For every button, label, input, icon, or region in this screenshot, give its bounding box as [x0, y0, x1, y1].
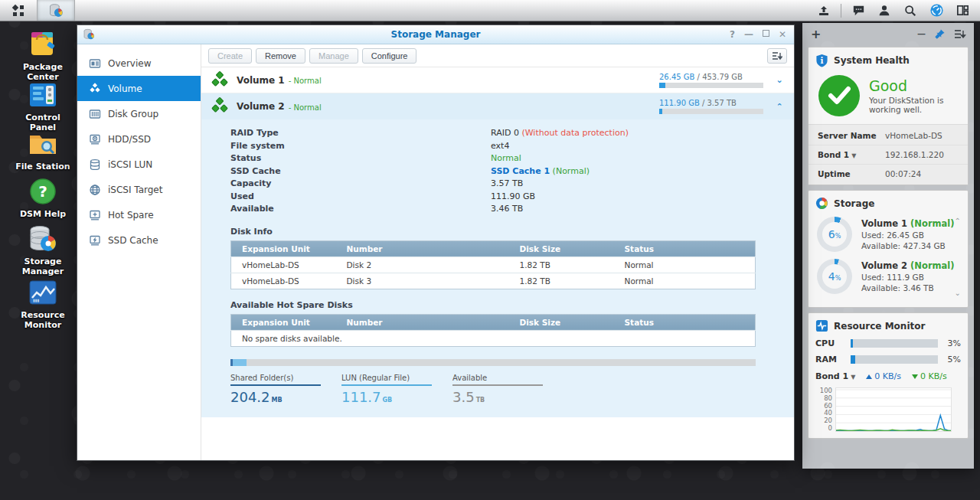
resource-monitor-widget: Resource Monitor CPU 3% RAM 5% Bond 1▼ 0… — [808, 312, 969, 439]
hot-spare-icon — [89, 209, 101, 221]
overview-icon — [89, 57, 101, 70]
sidebar-item-hot-spare[interactable]: Hot Spare — [77, 202, 201, 227]
volume-usage: 111.90 GB / 3.57 TB — [659, 99, 763, 114]
volume-1-row[interactable]: Volume 1 - Normal 26.45 GB / 453.79 GB ⌄ — [201, 67, 794, 93]
ssd-cache-link[interactable]: SSD Cache 1 — [491, 166, 550, 176]
system-info-rows: Server Name vHomeLab-DS Bond 1▼ 192.168.… — [808, 124, 968, 185]
sidebar-item-hdd-ssd[interactable]: HDD/SSD — [77, 126, 201, 152]
maximize-button[interactable] — [763, 30, 769, 37]
pilot-icon[interactable] — [925, 2, 948, 20]
notifications-icon[interactable] — [847, 2, 870, 20]
widget-title: Storage — [834, 198, 874, 209]
remove-button[interactable]: Remove — [256, 48, 305, 64]
main-menu-button[interactable] — [0, 0, 38, 21]
taskbar-tray — [812, 0, 980, 21]
volume-2-row[interactable]: Volume 2 - Normal 111.90 GB / 3.57 TB ⌃ — [201, 93, 794, 119]
iscsi-lun-icon — [89, 158, 101, 171]
ssd-cache-icon — [89, 234, 101, 247]
user-options-icon[interactable] — [873, 2, 896, 20]
download-arrow-icon — [912, 374, 918, 379]
desktop-icon-resource-monitor[interactable]: ▮▮▮ ResourceMonitor — [12, 277, 74, 330]
cpu-bar-fill — [851, 339, 853, 348]
cpu-row: CPU 3% — [815, 338, 961, 348]
sort-button[interactable] — [767, 48, 787, 64]
external-device-icon[interactable] — [812, 2, 835, 20]
taskbar-storage-manager-button[interactable] — [38, 0, 75, 21]
sidebar-item-overview[interactable]: Overview — [77, 51, 201, 76]
health-status-icon — [818, 75, 860, 116]
svg-text:▮▮▮: ▮▮▮ — [33, 298, 40, 302]
taskbar — [0, 0, 980, 21]
download-speed: 0 KB/s — [912, 371, 947, 381]
usage-bar-fill — [659, 83, 665, 88]
desktop-icon-control-panel[interactable]: Control Panel — [12, 80, 74, 132]
network-row: Bond 1▼ 0 KB/s 0 KB/s — [815, 371, 961, 381]
volume-2-details: RAID TypeRAID 0 (Without data protection… — [201, 119, 794, 417]
resource-monitor-icon: ▮▮▮ — [26, 277, 60, 308]
toolbar: Create Remove Manage Configure — [201, 44, 794, 67]
volume-usage-summary: Shared Folder(s) 204.2MB LUN (Regular Fi… — [230, 359, 756, 405]
chevron-up-icon[interactable]: ⌃ — [955, 217, 961, 225]
create-button[interactable]: Create — [208, 48, 252, 64]
stat-lun: LUN (Regular File) 111.7GB — [341, 374, 432, 405]
package-center-icon — [26, 29, 60, 60]
widgets-icon[interactable] — [951, 2, 974, 20]
network-chart: 100 80 60 40 20 0 — [815, 387, 961, 432]
storage-widget: Storage 6% Volume 1 (Normal) Used: 26.45… — [808, 190, 969, 308]
hot-spare-table: Expansion Unit Number Disk Size Status N… — [230, 314, 756, 347]
help-button[interactable]: ? — [730, 30, 735, 39]
chevron-up-icon[interactable]: ⌃ — [774, 102, 785, 112]
window-title: Storage Manager — [77, 29, 794, 40]
hdd-icon — [89, 133, 101, 145]
pin-icon[interactable] — [934, 28, 946, 40]
ram-bar-track — [851, 355, 938, 364]
minimize-button[interactable]: — — [744, 30, 753, 39]
caret-down-icon: ▼ — [851, 152, 856, 159]
sidebar-item-volume[interactable]: Volume — [77, 76, 201, 101]
usage-bar-track — [659, 83, 763, 88]
sidebar-item-iscsi-lun[interactable]: iSCSI LUN — [77, 152, 201, 177]
upload-arrow-icon — [866, 374, 872, 379]
disk-info-table: Expansion Unit Number Disk Size Status v… — [230, 240, 756, 289]
volume-status: - Normal — [289, 77, 322, 85]
sidebar-item-ssd-cache[interactable]: SSD Cache — [77, 227, 201, 253]
window-content: Create Remove Manage Configure Volume 1 … — [201, 44, 794, 460]
volume-usage: 26.45 GB / 453.79 GB — [659, 73, 763, 88]
chevron-down-icon[interactable]: ⌄ — [955, 289, 961, 297]
svg-text:i: i — [821, 56, 824, 65]
volume-2-donut: 4% — [817, 259, 852, 294]
system-health-widget: i System Health Good Your DiskStation is… — [808, 47, 969, 185]
storage-manager-window: Storage Manager ? — ✕ Overview Volume Di… — [77, 25, 795, 461]
close-button[interactable]: ✕ — [779, 30, 786, 39]
configure-button[interactable]: Configure — [362, 48, 417, 64]
disk-info-row[interactable]: vHomeLab-DS Disk 3 1.82 TB Normal — [231, 273, 756, 289]
volume-icon — [89, 83, 101, 95]
lun-segment — [233, 359, 247, 366]
desktop-icon-dsm-help[interactable]: ? DSM Help — [12, 176, 74, 219]
disk-info-row[interactable]: vHomeLab-DS Disk 2 1.82 TB Normal — [231, 257, 756, 273]
ram-row: RAM 5% — [815, 355, 961, 364]
panel-collapse-icon[interactable] — [954, 29, 966, 39]
raid-warning: (Without data protection) — [519, 128, 629, 138]
sidebar-item-iscsi-target[interactable]: iSCSI Target — [77, 177, 201, 202]
control-panel-icon — [26, 80, 60, 110]
stat-shared-folders: Shared Folder(s) 204.2MB — [230, 374, 321, 405]
usage-bar-fill — [659, 109, 662, 114]
search-icon[interactable] — [899, 2, 922, 20]
desktop-icon-package-center[interactable]: PackageCenter — [12, 29, 74, 82]
add-widget-button[interactable]: + — [808, 27, 824, 41]
widget-panel-header: + — — [808, 25, 969, 42]
cpu-bar-track — [851, 339, 938, 348]
volume-1-donut: 6% — [817, 217, 852, 252]
window-titlebar[interactable]: Storage Manager ? — ✕ — [77, 25, 794, 44]
chart-plot-area — [835, 387, 952, 432]
health-status-text: Good — [869, 77, 959, 94]
hot-spare-title: Available Hot Spare Disks — [230, 300, 756, 310]
main-menu-icon — [11, 3, 26, 18]
desktop-icon-file-station[interactable]: File Station — [12, 129, 74, 172]
desktop-icon-storage-manager[interactable]: StorageManager — [12, 224, 74, 276]
sidebar-item-disk-group[interactable]: Disk Group — [77, 101, 201, 126]
chevron-down-icon[interactable]: ⌄ — [774, 75, 785, 85]
manage-button[interactable]: Manage — [309, 48, 358, 64]
panel-minimize-button[interactable]: — — [917, 29, 926, 39]
